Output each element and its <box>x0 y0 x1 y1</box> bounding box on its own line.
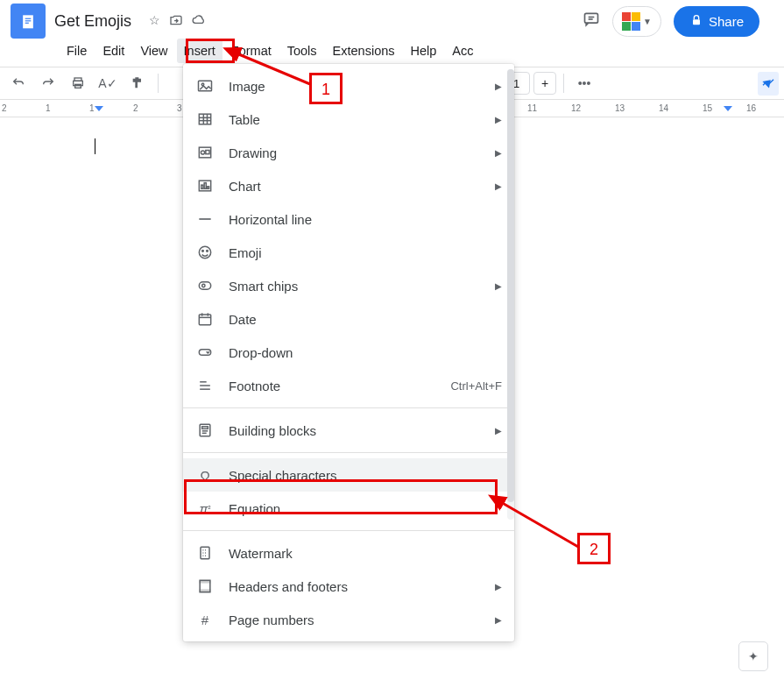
menu-label: Emoji <box>229 245 502 260</box>
svg-rect-1 <box>25 18 32 19</box>
submenu-arrow-icon: ▶ <box>495 615 502 625</box>
meet-button[interactable]: ▼ <box>612 6 661 37</box>
menu-label: Drop-down <box>229 345 502 360</box>
menu-shortcut: Ctrl+Alt+F <box>450 379 502 393</box>
submenu-arrow-icon: ▶ <box>495 148 502 158</box>
annotation-number: 2 <box>580 535 608 563</box>
smart-chips-icon <box>195 276 215 295</box>
redo-button[interactable] <box>35 70 61 96</box>
menu-item-horizontal-line[interactable]: Horizontal line <box>183 202 514 236</box>
ruler-mark: 11 <box>527 103 571 113</box>
svg-rect-31 <box>199 315 210 325</box>
annotation-number: 1 <box>312 75 340 103</box>
menu-label: Watermark <box>229 546 502 561</box>
menu-item-smart-chips[interactable]: Smart chips ▶ <box>183 269 514 302</box>
share-label: Share <box>709 14 744 29</box>
menu-accessibility[interactable]: Acc <box>445 39 480 63</box>
document-title[interactable]: Get Emojis <box>54 12 131 31</box>
menu-item-watermark[interactable]: Watermark <box>183 536 514 570</box>
annotation-label-2: 2 <box>577 533 611 564</box>
menu-item-date[interactable]: Date <box>183 302 514 336</box>
ruler-mark: 1 <box>46 103 89 113</box>
menu-extensions[interactable]: Extensions <box>326 39 402 63</box>
menu-divider <box>183 407 514 408</box>
title-icons: ☆ <box>149 13 206 30</box>
font-size-increase-button[interactable]: + <box>533 72 556 95</box>
menu-item-page-numbers[interactable]: # Page numbers ▶ <box>183 603 514 636</box>
insert-menu-dropdown: Image ▶ Table ▶ Drawing ▶ Chart ▶ Horizo… <box>183 64 514 641</box>
spellcheck-button[interactable]: A✓ <box>95 70 121 96</box>
watermark-icon <box>195 543 215 563</box>
svg-line-50 <box>235 53 310 84</box>
svg-rect-20 <box>206 151 209 154</box>
title-bar: Get Emojis ☆ ▼ Share <box>0 0 784 35</box>
drawing-icon <box>195 143 215 162</box>
image-icon <box>195 76 215 96</box>
menu-item-headers-footers[interactable]: Headers and footers ▶ <box>183 570 514 603</box>
submenu-arrow-icon: ▶ <box>495 281 502 291</box>
more-toolbar-icon[interactable]: ••• <box>571 70 597 96</box>
annotation-label-1: 1 <box>309 73 343 104</box>
svg-point-30 <box>202 284 205 287</box>
annotation-arrow-2 <box>492 496 589 553</box>
annotation-box-special-chars <box>184 479 498 514</box>
table-icon <box>195 110 215 129</box>
ruler-mark: 14 <box>659 103 703 113</box>
menu-divider <box>183 452 514 453</box>
menu-label: Smart chips <box>229 279 481 294</box>
hide-menus-button[interactable] <box>758 72 779 96</box>
ruler-mark: 2 <box>133 103 177 113</box>
menu-label: Drawing <box>229 145 481 160</box>
menu-file[interactable]: File <box>60 39 94 63</box>
menu-label: Table <box>229 112 481 127</box>
comment-history-icon[interactable] <box>583 11 600 32</box>
svg-rect-4 <box>585 13 598 23</box>
menu-item-building-blocks[interactable]: Building blocks ▶ <box>183 414 514 447</box>
headers-footers-icon <box>195 577 215 596</box>
menu-label: Building blocks <box>229 423 481 438</box>
meet-icon <box>622 12 640 31</box>
menu-item-chart[interactable]: Chart ▶ <box>183 169 514 202</box>
share-button[interactable]: Share <box>674 6 759 37</box>
ruler-mark: 12 <box>571 103 615 113</box>
svg-rect-49 <box>200 590 210 592</box>
horizontal-line-icon <box>195 209 215 229</box>
print-button[interactable] <box>65 70 91 96</box>
cloud-status-icon[interactable] <box>192 13 206 30</box>
emoji-icon <box>195 243 215 262</box>
svg-point-28 <box>207 251 208 252</box>
svg-line-51 <box>499 501 578 547</box>
move-icon[interactable] <box>169 13 183 30</box>
menu-item-emoji[interactable]: Emoji <box>183 236 514 269</box>
menu-label: Footnote <box>229 379 436 393</box>
annotation-arrow-1 <box>230 47 317 91</box>
dropdown-scrollbar[interactable] <box>507 69 514 520</box>
menu-item-footnote[interactable]: Footnote Ctrl+Alt+F <box>183 369 514 402</box>
undo-button[interactable] <box>5 70 32 96</box>
menu-item-table[interactable]: Table ▶ <box>183 103 514 136</box>
menu-view[interactable]: View <box>133 39 174 63</box>
submenu-arrow-icon: ▶ <box>495 426 502 436</box>
star-icon[interactable]: ☆ <box>149 13 160 30</box>
paint-format-button[interactable] <box>124 70 151 96</box>
menu-item-dropdown[interactable]: Drop-down <box>183 336 514 369</box>
explore-button[interactable]: ✦ <box>738 641 768 671</box>
svg-rect-0 <box>23 15 33 28</box>
svg-rect-40 <box>202 427 208 429</box>
menu-help[interactable]: Help <box>404 39 444 63</box>
ruler-mark: 1 <box>89 103 133 113</box>
docs-logo-icon[interactable] <box>11 4 46 39</box>
submenu-arrow-icon: ▶ <box>495 181 502 191</box>
svg-rect-23 <box>204 183 206 189</box>
menu-edit[interactable]: Edit <box>95 39 131 63</box>
date-icon <box>195 309 215 329</box>
svg-rect-13 <box>199 114 210 124</box>
menu-item-drawing[interactable]: Drawing ▶ <box>183 136 514 169</box>
menu-label: Chart <box>229 179 481 194</box>
lock-icon <box>689 13 703 30</box>
chart-icon <box>195 176 215 195</box>
building-blocks-icon <box>195 421 215 440</box>
annotation-box-insert <box>186 39 235 63</box>
svg-point-27 <box>202 251 204 252</box>
page-numbers-icon: # <box>195 610 215 629</box>
